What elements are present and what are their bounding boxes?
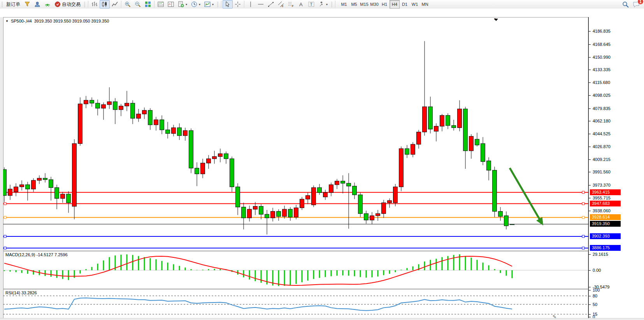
trendline-icon[interactable] [266, 0, 276, 9]
toolbar-grip[interactable] [1, 1, 4, 7]
svg-text:T: T [310, 2, 313, 7]
candle [393, 187, 398, 203]
candle [458, 109, 462, 128]
chevron-down-icon[interactable]: ▼ [5, 19, 9, 23]
candle [358, 195, 363, 213]
timeframe-button-m1[interactable]: M1 [339, 0, 349, 9]
axis-tick [589, 185, 591, 185]
candle [32, 180, 36, 189]
chat-icon[interactable]: 1 [631, 0, 642, 9]
profile-icon[interactable] [32, 0, 42, 9]
timeframe-button-m30[interactable]: M30 [369, 0, 379, 9]
autotrade-button[interactable]: 自动交易 [53, 0, 82, 9]
candle [469, 136, 474, 151]
macd-scale-label: 29.1615 [593, 252, 608, 257]
add-indicator-icon[interactable]: ▾ [176, 0, 189, 9]
rsi-scale-label: 50 [593, 302, 597, 307]
timeframe-button-d1[interactable]: D1 [400, 0, 410, 9]
timeframe-group: M1M5M15M30H1H4D1W1MN [339, 0, 430, 9]
rsi-indicator-label: RSI(14) 33.2826 [5, 290, 37, 295]
vertical-line-icon[interactable] [246, 0, 256, 9]
candle [195, 168, 199, 174]
clock-icon[interactable]: ▾ [189, 0, 202, 9]
price-level-badge: 3902.393 [590, 233, 621, 239]
candle [510, 224, 514, 225]
candle [347, 183, 351, 186]
candle [504, 216, 509, 226]
equidistant-channel-icon[interactable]: E [276, 0, 286, 9]
horizontal-line-icon[interactable] [256, 0, 266, 9]
chart-title: ▼ SP500-,H4 3919.350 3919.550 3919.050 3… [5, 19, 109, 23]
text-label-icon[interactable]: T [306, 0, 316, 9]
candle [78, 104, 82, 143]
timeframe-button-h1[interactable]: H1 [379, 0, 390, 9]
chart-settings-icon[interactable]: ▾ [202, 0, 216, 9]
new-order-button[interactable]: 新订单 [4, 0, 22, 9]
candle [452, 126, 456, 128]
candle [242, 207, 246, 218]
search-icon[interactable] [620, 0, 631, 9]
shapes-icon[interactable]: ▾ [316, 0, 330, 9]
timeframe-button-m15[interactable]: M15 [359, 0, 369, 9]
timeframe-button-w1[interactable]: W1 [410, 0, 420, 9]
price-axis[interactable]: 4186.8354168.6454150.9904133.3354115.680… [588, 17, 644, 320]
zoom-out-icon[interactable] [133, 0, 143, 9]
candle [487, 161, 491, 170]
price-chart-canvas[interactable] [3, 17, 588, 320]
candle [300, 199, 304, 208]
candle [370, 216, 374, 220]
candle [323, 192, 328, 197]
crosshair-icon[interactable] [233, 0, 243, 9]
axis-tick [589, 134, 591, 134]
candle [49, 180, 53, 187]
collapse-triangle-icon[interactable]: ▼ [493, 17, 497, 21]
toolbar-grip[interactable] [330, 1, 333, 7]
toolbar-grip[interactable] [216, 1, 219, 7]
timeframe-button-h4[interactable]: H4 [390, 0, 400, 9]
price-level-badge: 3928.614 [590, 214, 621, 220]
autotrade-label: 自动交易 [62, 1, 81, 8]
candle [247, 209, 252, 218]
candle [20, 185, 24, 187]
chevron-down-icon: ▾ [326, 3, 328, 6]
fibonacci-icon[interactable]: F [286, 0, 296, 9]
axis-tick [589, 211, 591, 211]
candlestick-chart-icon[interactable] [100, 0, 110, 9]
axis-tick [589, 296, 591, 296]
candle [26, 185, 30, 189]
zoom-in-icon[interactable] [123, 0, 133, 9]
axis-tick [589, 314, 591, 315]
candle [306, 196, 310, 199]
tile-windows-icon[interactable] [143, 0, 153, 9]
candle [283, 209, 287, 217]
indicator-list-icon[interactable] [166, 0, 176, 9]
timeframe-button-mn[interactable]: MN [420, 0, 430, 9]
axis-tick [589, 172, 591, 172]
price-axis-label: 3938.060 [593, 208, 611, 213]
timeframe-button-m5[interactable]: M5 [349, 0, 359, 9]
funnel-icon[interactable] [22, 0, 32, 9]
line-chart-icon[interactable] [110, 0, 120, 9]
candle [265, 214, 269, 218]
pencil-icon[interactable]: ✎ [553, 314, 556, 320]
chevron-down-icon: ▾ [199, 3, 200, 6]
candle [271, 212, 275, 218]
candle [137, 114, 141, 118]
candle [72, 143, 77, 206]
candle [154, 120, 158, 125]
candle [312, 187, 316, 205]
candle [84, 100, 88, 104]
window-bottom-edge [0, 318, 644, 320]
toolbar-grip[interactable] [83, 1, 86, 7]
price-level-badge: 3886.175 [590, 245, 621, 251]
text-icon[interactable]: A [296, 0, 306, 9]
candle [353, 186, 357, 195]
axis-tick [589, 57, 591, 58]
cursor-icon[interactable] [223, 0, 233, 9]
bar-chart-icon[interactable] [89, 0, 100, 9]
candle [131, 103, 135, 118]
price-axis-label: 4026.870 [593, 144, 611, 149]
signal-icon[interactable] [42, 0, 53, 9]
indicator-window-icon[interactable] [156, 0, 166, 9]
axis-tick [589, 254, 591, 255]
